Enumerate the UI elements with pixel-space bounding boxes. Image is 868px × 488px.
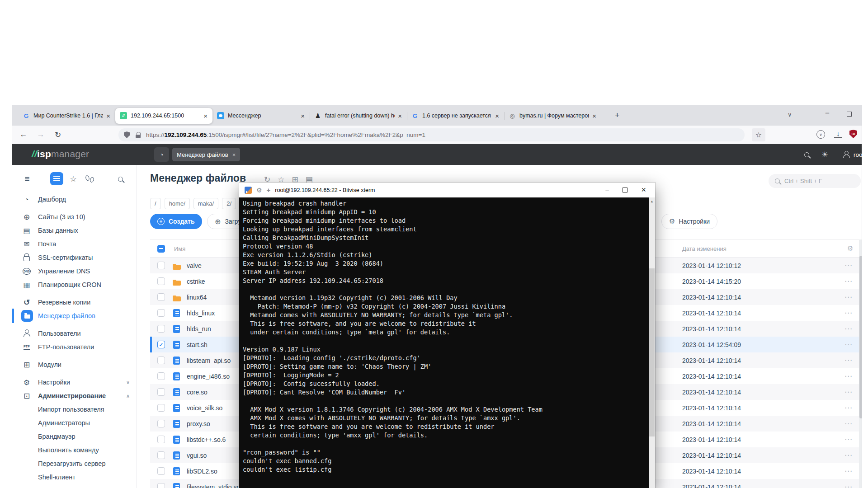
row-more-button[interactable]: ⋯ <box>844 403 853 413</box>
sidebar-item[interactable]: Дашборд <box>12 192 136 206</box>
url-bar[interactable]: https://192.109.244.65:1500/ispmgr#/list… <box>118 128 745 141</box>
file-name[interactable]: libstdc++.so.6 <box>187 436 226 443</box>
file-name[interactable]: core.so <box>187 389 208 396</box>
header-search-button[interactable] <box>804 144 809 165</box>
window-restore-button[interactable] <box>847 112 852 117</box>
sidebar-item[interactable]: Менеджер файлов <box>12 309 136 323</box>
terminal-minimize-button[interactable]: − <box>605 186 609 194</box>
tab-close-icon[interactable]: × <box>396 112 403 120</box>
name-column-header[interactable]: Имя <box>174 245 185 252</box>
row-checkbox[interactable] <box>157 404 165 412</box>
hamburger-menu-icon[interactable]: ≡ <box>22 172 32 186</box>
sidebar-item[interactable]: Резервные копии <box>12 296 136 309</box>
sidebar-item[interactable]: Выполнить команду <box>12 443 136 457</box>
window-minimize-button[interactable]: − <box>825 109 830 118</box>
create-button[interactable]: + Создать <box>150 214 202 229</box>
sidebar-item[interactable]: Управление DNS <box>12 264 136 278</box>
row-more-button[interactable]: ⋯ <box>844 292 853 302</box>
file-name[interactable]: valve <box>187 262 202 269</box>
terminal-scrollbar-thumb[interactable] <box>649 268 655 436</box>
row-checkbox[interactable] <box>157 357 165 364</box>
browser-tab[interactable]: Мессенджер × <box>212 108 310 124</box>
row-more-button[interactable]: ⋯ <box>844 308 853 318</box>
file-name[interactable]: start.sh <box>187 341 208 348</box>
row-checkbox[interactable] <box>157 388 165 396</box>
row-checkbox[interactable] <box>157 277 165 285</box>
tab-close-icon[interactable]: × <box>105 112 112 120</box>
select-all-checkbox[interactable] <box>157 245 165 253</box>
forward-button[interactable]: → <box>33 127 48 142</box>
row-checkbox[interactable] <box>157 483 165 488</box>
sidebar-item[interactable]: FTP-пользователи <box>12 340 136 354</box>
back-button[interactable]: ← <box>16 127 31 142</box>
bookmark-star-icon[interactable]: ☆ <box>752 128 765 141</box>
browser-tab[interactable]: fatal error (shutting down) host_ × <box>310 108 407 124</box>
sidebar-item[interactable]: Почта <box>12 237 136 251</box>
sidebar-item[interactable]: Администраторы <box>12 416 136 430</box>
terminal-scrollbar[interactable]: ▲ <box>649 197 655 488</box>
row-more-button[interactable]: ⋯ <box>844 450 853 460</box>
sidebar-item[interactable]: Базы данных <box>12 224 136 237</box>
terminal-new-window-icon[interactable]: + <box>267 186 271 194</box>
sidebar-item[interactable]: Брандмауэр <box>12 430 136 443</box>
tab-close-icon[interactable]: × <box>299 112 306 120</box>
favorites-star-icon[interactable]: ☆ <box>68 172 78 186</box>
sidebar-item[interactable]: Пользователи <box>12 327 136 340</box>
reload-button[interactable]: ↻ <box>50 127 66 142</box>
sidebar-item[interactable]: Перезагрузить сервер <box>12 457 136 470</box>
file-name[interactable]: proxy.so <box>187 420 210 427</box>
row-checkbox[interactable] <box>157 372 165 380</box>
table-scrollbar[interactable] <box>859 239 862 488</box>
module-tab-close-icon[interactable]: × <box>232 151 236 158</box>
terminal-close-button[interactable]: × <box>641 185 646 195</box>
row-checkbox[interactable] <box>157 341 165 348</box>
browser-tab[interactable]: 1.6 сервер не запускается и ош × <box>407 108 504 124</box>
sidebar-item[interactable]: Администрирование <box>12 389 136 403</box>
row-more-button[interactable]: ⋯ <box>844 356 853 365</box>
row-more-button[interactable]: ⋯ <box>844 387 853 397</box>
row-checkbox[interactable] <box>157 325 165 333</box>
browser-tab[interactable]: 192.109.244.65:1500 × <box>115 108 212 124</box>
sidebar-item[interactable]: Планировщик CRON <box>12 278 136 291</box>
row-checkbox[interactable] <box>157 420 165 427</box>
new-tab-button[interactable]: + <box>615 111 620 120</box>
tab-close-icon[interactable]: × <box>591 112 598 120</box>
row-more-button[interactable]: ⋯ <box>844 419 853 428</box>
file-name[interactable]: filesystem_stdio.so <box>187 483 240 488</box>
sidebar-item[interactable]: Настройки <box>12 375 136 389</box>
file-name[interactable]: cstrike <box>187 278 205 285</box>
terminal-maximize-button[interactable] <box>623 188 627 192</box>
row-more-button[interactable]: ⋯ <box>844 261 853 270</box>
row-more-button[interactable]: ⋯ <box>844 340 853 349</box>
date-column-header[interactable]: Дата изменения <box>682 245 726 252</box>
file-name[interactable]: hlds_run <box>187 325 211 333</box>
sidebar-item[interactable]: SSL-сертификаты <box>12 251 136 264</box>
file-name[interactable]: vgui.so <box>187 452 207 459</box>
browser-tab[interactable]: Мир CounterStrike 1.6 | Главна × <box>18 108 115 124</box>
row-checkbox[interactable] <box>157 451 165 459</box>
sidebar-search-icon[interactable] <box>115 172 125 186</box>
browser-tab[interactable]: bymas.ru | Форум мастеров × <box>504 108 601 124</box>
breadcrumb-item[interactable]: / <box>150 198 161 209</box>
sidebar-item[interactable]: Импорт пользователя <box>12 403 136 416</box>
file-name[interactable]: libsteam_api.so <box>187 357 231 364</box>
theme-toggle-button[interactable]: ☀ <box>821 144 828 165</box>
tracking-shield-icon[interactable] <box>124 131 130 138</box>
sidebar-item[interactable]: Модули <box>12 358 136 371</box>
breadcrumb-item[interactable]: maka/ <box>193 198 218 209</box>
breadcrumb-item[interactable]: 2/ <box>222 198 236 209</box>
terminal-title-bar[interactable]: ⚙ + root@192.109.244.65:22 - Bitvise xte… <box>239 183 655 197</box>
row-checkbox[interactable] <box>157 467 165 475</box>
search-shortcut-box[interactable]: Ctrl + Shift + F <box>769 174 861 188</box>
row-checkbox[interactable] <box>157 309 165 317</box>
sidebar-item[interactable]: Shell-клиент <box>12 470 136 484</box>
footprints-icon[interactable] <box>85 172 95 186</box>
row-more-button[interactable]: ⋯ <box>844 482 853 488</box>
lock-icon[interactable] <box>135 132 142 138</box>
list-view-button[interactable] <box>50 172 63 185</box>
row-more-button[interactable]: ⋯ <box>844 324 853 333</box>
row-checkbox[interactable] <box>157 293 165 301</box>
user-menu[interactable]: root ∨ <box>842 144 862 165</box>
table-scrollbar-thumb[interactable] <box>859 256 862 418</box>
settings-button[interactable]: ⚙ Настройки <box>661 214 717 229</box>
